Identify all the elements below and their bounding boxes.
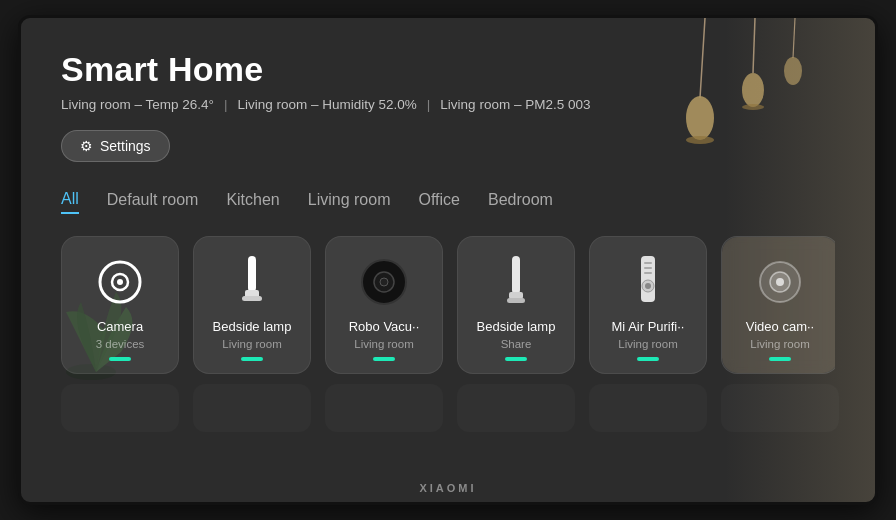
camera-room: 3 devices [96, 338, 145, 350]
bedside-lamp-2-room: Share [501, 338, 532, 350]
lamp-icon-1 [238, 256, 266, 308]
tab-bedroom[interactable]: Bedroom [488, 191, 553, 213]
air-purifier-icon [633, 256, 663, 308]
robo-vacuum-icon [360, 258, 408, 306]
stat-sep-2: | [427, 97, 431, 112]
bottom-card-4 [457, 384, 575, 432]
svg-point-29 [776, 278, 784, 286]
air-purifier-status [637, 357, 659, 361]
tab-office[interactable]: Office [418, 191, 460, 213]
bottom-card-1 [61, 384, 179, 432]
tab-all[interactable]: All [61, 190, 79, 214]
stat-humidity: Living room – Humidity 52.0% [238, 97, 417, 112]
air-purifier-name: Mi Air Purifi·· [612, 319, 685, 336]
svg-rect-22 [644, 262, 652, 264]
device-card-robo-vacuum[interactable]: Robo Vacu·· Living room [325, 236, 443, 374]
svg-rect-24 [644, 272, 652, 274]
robo-vacuum-status [373, 357, 395, 361]
room-tabs: All Default room Kitchen Living room Off… [61, 190, 835, 214]
airpurifier-icon-wrap [621, 255, 675, 309]
bedside-lamp-2-status [505, 357, 527, 361]
svg-point-26 [645, 283, 651, 289]
robo-vacuum-room: Living room [354, 338, 413, 350]
svg-rect-12 [248, 256, 256, 292]
tv-frame: Smart Home Living room – Temp 26.4° | Li… [18, 15, 878, 505]
video-cam-status [769, 357, 791, 361]
bottom-card-3 [325, 384, 443, 432]
device-card-bedside-lamp-2[interactable]: Bedside lamp Share [457, 236, 575, 374]
device-card-video-cam[interactable]: Video cam·· Living room [721, 236, 835, 374]
bedside-lamp-1-room: Living room [222, 338, 281, 350]
svg-rect-14 [242, 296, 262, 301]
device-card-bedside-lamp-1[interactable]: Bedside lamp Living room [193, 236, 311, 374]
stat-pm25: Living room – PM2.5 003 [440, 97, 590, 112]
tab-kitchen[interactable]: Kitchen [226, 191, 279, 213]
stat-temp: Living room – Temp 26.4° [61, 97, 214, 112]
svg-rect-20 [507, 298, 525, 303]
air-purifier-room: Living room [618, 338, 677, 350]
camera-icon-wrap [93, 255, 147, 309]
bottom-card-5 [589, 384, 707, 432]
svg-rect-18 [512, 256, 520, 294]
settings-label: Settings [100, 138, 151, 154]
stat-sep-1: | [224, 97, 228, 112]
device-card-camera[interactable]: Camera 3 devices [61, 236, 179, 374]
page-title: Smart Home [61, 50, 835, 89]
camera-name: Camera [97, 319, 143, 336]
bottom-card-2 [193, 384, 311, 432]
header-stats: Living room – Temp 26.4° | Living room –… [61, 97, 835, 112]
tab-living-room[interactable]: Living room [308, 191, 391, 213]
device-card-air-purifier[interactable]: Mi Air Purifi·· Living room [589, 236, 707, 374]
robo-vacuum-name: Robo Vacu·· [349, 319, 420, 336]
gear-icon: ⚙ [80, 138, 93, 154]
svg-rect-19 [509, 292, 523, 299]
video-cam-room: Living room [750, 338, 809, 350]
bottom-card-6 [721, 384, 839, 432]
lamp-icon-wrap-1 [225, 255, 279, 309]
camera-status [109, 357, 131, 361]
svg-point-11 [117, 279, 123, 285]
lamp-icon-wrap-2 [489, 255, 543, 309]
camera-icon [96, 258, 144, 306]
settings-button[interactable]: ⚙ Settings [61, 130, 170, 162]
bedside-lamp-1-status [241, 357, 263, 361]
bedside-lamp-2-name: Bedside lamp [477, 319, 556, 336]
video-cam-icon [758, 260, 802, 304]
svg-rect-23 [644, 267, 652, 269]
video-cam-name: Video cam·· [746, 319, 814, 336]
tab-default-room[interactable]: Default room [107, 191, 199, 213]
svg-point-17 [380, 278, 388, 286]
videocam-icon-wrap [753, 255, 807, 309]
lamp-icon-2 [505, 256, 527, 308]
devices-grid: Camera 3 devices Bedside lamp Living roo… [61, 236, 835, 374]
devices-bottom-row [61, 384, 835, 432]
robo-icon-wrap [357, 255, 411, 309]
main-content: Smart Home Living room – Temp 26.4° | Li… [21, 18, 875, 502]
bedside-lamp-1-name: Bedside lamp [213, 319, 292, 336]
